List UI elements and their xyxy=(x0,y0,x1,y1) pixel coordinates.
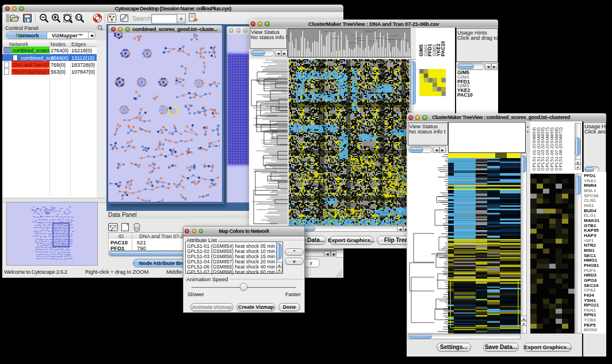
svg-text:1:1: 1:1 xyxy=(76,16,81,19)
